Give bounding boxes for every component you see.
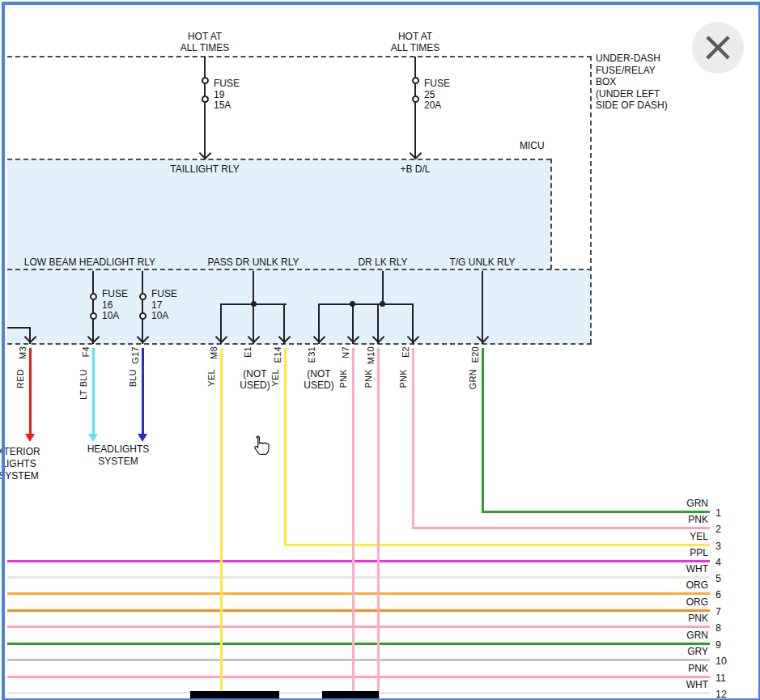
e1-note-line2: USED) [229, 380, 281, 391]
bus-wire-10-gry [7, 659, 710, 661]
e31-note-line1: (NOT [293, 368, 345, 380]
pin-e20-label: E20 [470, 346, 480, 363]
fuse19-line3: 15A [214, 100, 240, 112]
fuse19-line1: FUSE [214, 78, 240, 90]
bus-number-4: 4 [715, 557, 721, 568]
fuse16-terminal-bottom [90, 312, 97, 320]
bus-label-9: GRN [597, 630, 708, 641]
wire-color-pnk-m10-label: PNK [363, 369, 373, 388]
m3-feed-wire-h [7, 327, 30, 329]
close-button[interactable]: × [692, 22, 744, 74]
headlights-system-label: HEADLIGHTS SYSTEM [78, 443, 159, 468]
bus-wire-5-wht [7, 576, 710, 579]
wire-blu-arrow-icon [138, 434, 147, 442]
fuse16-label: FUSE 16 10A [102, 289, 128, 322]
wire-ltblu-arrow-icon [88, 434, 98, 442]
bus-number-1: 1 [715, 507, 721, 519]
micu-box-top-border [7, 159, 551, 160]
bus-label-1: GRN [597, 498, 708, 509]
bus-label-12: WHT [597, 679, 708, 690]
bus-number-7: 7 [715, 606, 721, 617]
fuse17-line3: 10A [151, 311, 177, 322]
headlights-line2: SYSTEM [78, 456, 159, 468]
dr-lk-bus [318, 303, 414, 305]
wire-color-ltblu-label: LT BLU [79, 369, 88, 400]
bus-wire-2-pnk [412, 527, 710, 529]
pin-n7-label: N7 [341, 346, 350, 358]
bus-wire-3-yel [284, 544, 710, 546]
fuse17-line1: FUSE [151, 289, 177, 300]
e1-not-used-note: (NOT USED) [229, 368, 281, 391]
bus-number-8: 8 [715, 622, 721, 634]
pin-e31-label: E31 [307, 346, 316, 363]
fuse25-line2: 25 [424, 90, 450, 101]
hot-at-all-times-left: HOT AT ALL TIMES [160, 31, 249, 53]
micu-box-notch [551, 159, 592, 269]
pin-g17-label: G17 [130, 346, 140, 364]
exterior-lights-system-label: XTERIOR LIGHTS SYSTEM [0, 446, 42, 482]
bus-wire-4-ppl [7, 560, 710, 562]
wire-yel-m8 [220, 348, 223, 700]
fuse16-line3: 10A [102, 311, 128, 322]
fuse17-line2: 17 [151, 300, 177, 312]
bus-label-8: PNK [597, 613, 708, 624]
taillight-rly-label: TAILLIGHT RLY [152, 163, 257, 175]
underdash-box-bottom-border [7, 343, 592, 345]
wire-color-yel-m8-label: YEL [206, 369, 216, 387]
wire-ltblu-f4 [92, 348, 95, 435]
bottom-connector-bar-1 [190, 691, 279, 700]
pin-m3-label: M3 [18, 346, 28, 359]
headlights-line1: HEADLIGHTS [78, 443, 159, 456]
bus-number-11: 11 [715, 672, 726, 684]
bus-number-5: 5 [715, 573, 721, 584]
pin-f4-label: F4 [81, 346, 91, 357]
bus-wire-6-org [7, 592, 710, 595]
e31-not-used-note: (NOT USED) [293, 368, 345, 391]
pin-e2-label: E2 [401, 346, 410, 358]
pin-e14-label: E14 [273, 346, 282, 363]
bus-label-4: PPL [597, 547, 708, 558]
hot-right-line1: HOT AT [371, 31, 460, 42]
fuse19-line2: 19 [214, 90, 240, 101]
fuse16-line1: FUSE [102, 289, 128, 300]
bus-number-12: 12 [715, 689, 727, 700]
fuse25-label: FUSE 25 20A [424, 78, 450, 112]
underdash-line4: (UNDER LEFT [596, 88, 668, 100]
bus-label-3: YEL [597, 531, 708, 542]
wire-pnk-n7 [352, 348, 355, 700]
dr-lk-wire [382, 271, 384, 305]
exterior-line2: LIGHTS [0, 458, 42, 470]
fuse19-arrow-icon [199, 147, 212, 160]
wire-red-m3 [29, 348, 32, 435]
relay-label-pass-dr-unlk: PASS DR UNLK RLY [193, 257, 314, 268]
fuse16-line2: 16 [102, 300, 128, 312]
fuse19-terminal-bottom [202, 95, 209, 103]
bus-number-3: 3 [715, 541, 721, 552]
pin-m10-label: M10 [366, 346, 376, 364]
exterior-line3: SYSTEM [0, 470, 42, 482]
b-dl-label: +B D/L [371, 163, 460, 175]
wire-pnk-m10 [377, 348, 380, 700]
wire-pnk-e2 [412, 348, 414, 529]
wiring-diagram-canvas[interactable]: HOT AT ALL TIMES HOT AT ALL TIMES FUSE 1… [0, 0, 760, 700]
fuse25-wire [414, 57, 416, 159]
bus-number-10: 10 [715, 655, 727, 667]
bus-label-6: ORG [597, 579, 708, 591]
pass-dr-unlk-wire [253, 271, 254, 305]
micu-box-right-border [550, 159, 552, 269]
micu-inner-divider [7, 269, 592, 270]
wire-yel-e14 [284, 348, 287, 546]
bus-wire-9-grn [7, 643, 710, 645]
hot-at-all-times-right: HOT AT ALL TIMES [371, 31, 460, 53]
fuse16-terminal-top [90, 293, 97, 300]
pin-e1-label: E1 [243, 346, 253, 358]
hot-left-line2: ALL TIMES [160, 42, 249, 53]
bus-number-6: 6 [715, 589, 721, 600]
fuse25-line3: 20A [424, 100, 450, 112]
wire-blu-g17 [142, 348, 144, 435]
fuse19-wire [204, 57, 206, 159]
bottom-connector-bar-2 [322, 691, 379, 700]
bus-number-9: 9 [715, 639, 721, 651]
fuse17-terminal-bottom [139, 312, 146, 320]
bus-label-2: PNK [597, 514, 708, 525]
